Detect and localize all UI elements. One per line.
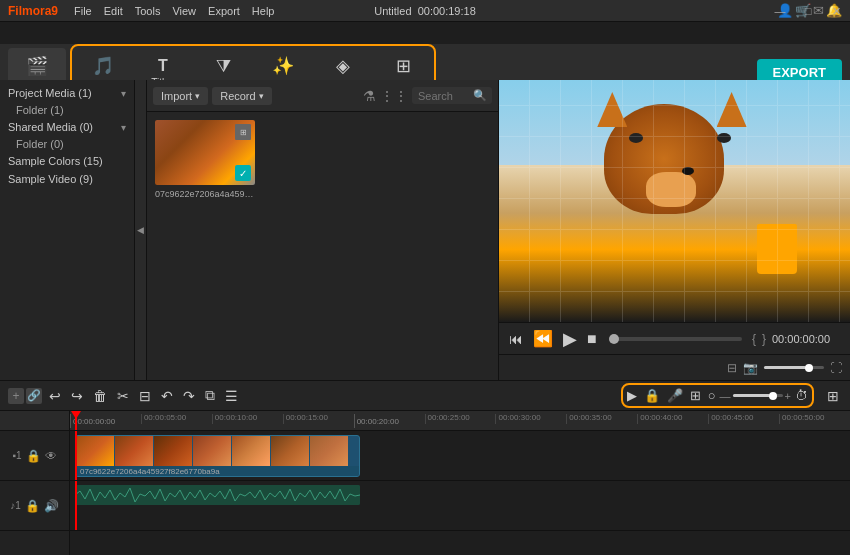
skip-back-button[interactable]: ⏮ (507, 329, 525, 349)
audio-mute-icon[interactable]: 🔊 (44, 499, 59, 513)
sidebar-item-sample-colors[interactable]: Sample Colors (15) (0, 152, 134, 170)
audio-waveform (75, 485, 360, 505)
ruler-label-20: 00:00:20:00 (357, 417, 399, 426)
track-number-v1: ▪1 (12, 450, 21, 461)
volume-dot (805, 364, 813, 372)
sidebar-sub-folder1[interactable]: Folder (1) (0, 102, 134, 118)
ruler-mark: 00:00:10:00 (212, 414, 283, 424)
filter-icon[interactable]: ⚗ (363, 88, 376, 104)
search-input[interactable] (418, 90, 473, 102)
tl-lock-button[interactable]: 🔒 (641, 386, 663, 405)
playhead-line-audio (75, 481, 77, 530)
audio-icon: 🎵 (92, 55, 114, 77)
zoom-handle[interactable] (769, 392, 777, 400)
sidebar-sub-folder2[interactable]: Folder (0) (0, 136, 134, 152)
play-button[interactable]: ▶ (561, 326, 579, 352)
timeline-area: + 🔗 ↩ ↪ 🗑 ✂ ⊟ ↶ ↷ ⧉ ☰ ▶ 🔒 🎤 ⊞ ○ (0, 380, 850, 555)
snapshot-btn[interactable]: 📷 (743, 361, 758, 375)
eye-track-icon[interactable]: 👁 (45, 449, 57, 463)
import-button[interactable]: Import ▾ (153, 87, 208, 105)
preview-bracket-start: { (752, 332, 756, 346)
sidebar-item-shared-media[interactable]: Shared Media (0) ▾ (0, 118, 134, 136)
fullscreen-btn[interactable]: ⛶ (830, 361, 842, 375)
audio-clip[interactable] (75, 485, 360, 505)
menu-export[interactable]: Export (208, 5, 240, 17)
maximize-button[interactable]: □ (794, 0, 822, 22)
media-toolbar: Import ▾ Record ▾ ⚗ ⋮⋮ 🔍 (147, 80, 498, 112)
preview-bracket-end: } (762, 332, 766, 346)
split-screen-icon: ⊞ (396, 55, 411, 77)
delete-button[interactable]: 🗑 (90, 386, 110, 406)
rotate-right-button[interactable]: ↷ (180, 386, 198, 406)
app-title: Untitled (374, 5, 411, 17)
sidebar-item-project-media[interactable]: Project Media (1) ▾ (0, 84, 134, 102)
grid-icon[interactable]: ⋮⋮ (380, 88, 408, 104)
sidebar-collapse-btn[interactable]: ◀ (135, 80, 147, 380)
ruler-label-10: 00:00:10:00 (215, 413, 257, 422)
menu-view[interactable]: View (172, 5, 196, 17)
playhead-triangle (71, 411, 81, 419)
timeline-body: ▪1 🔒 👁 ♪1 🔒 🔊 00:00:00:00 00:00:05 (0, 411, 850, 555)
tl-play-button[interactable]: ▶ (624, 386, 640, 405)
link-button[interactable]: 🔗 (26, 388, 42, 404)
titles-icon: T (158, 57, 168, 75)
sample-video-label: Sample Video (9) (8, 173, 93, 185)
close-button[interactable]: ✕ (822, 0, 850, 22)
tl-timer-button[interactable]: ⏱ (792, 386, 811, 405)
preview-controls: ⏮ ⏪ ▶ ■ { } 00:00:00:00 (499, 322, 850, 354)
tl-grid-button[interactable]: ⊞ (687, 386, 704, 405)
ruler-mark: 00:00:40:00 (637, 414, 708, 424)
screen-mode-btn[interactable]: ⊟ (727, 361, 737, 375)
minimize-button[interactable]: — (766, 0, 794, 22)
step-back-button[interactable]: ⏪ (531, 327, 555, 350)
media-thumbnail[interactable]: ⊞ ✓ (155, 120, 255, 185)
duplicate-button[interactable]: ⧉ (202, 385, 218, 406)
app-logo: Filmora9 (8, 4, 58, 18)
properties-button[interactable]: ☰ (222, 386, 241, 406)
tl-expand-button[interactable]: ⊞ (824, 386, 842, 406)
rotate-left-button[interactable]: ↶ (158, 386, 176, 406)
add-track-button[interactable]: + (8, 388, 24, 404)
ruler-label-25: 00:00:25:00 (428, 413, 470, 422)
preview-extra-controls: ⊟ 📷 ⛶ (499, 354, 850, 380)
undo-button[interactable]: ↩ (46, 386, 64, 406)
main-content: Project Media (1) ▾ Folder (1) Shared Me… (0, 80, 850, 380)
cut-button[interactable]: ✂ (114, 386, 132, 406)
zoom-fill (733, 394, 771, 397)
ruler-mark: 00:00:05:00 (141, 414, 212, 424)
audio-lock-icon[interactable]: 🔒 (25, 499, 40, 513)
sidebar-item-sample-video[interactable]: Sample Video (9) (0, 170, 134, 188)
stop-button[interactable]: ■ (585, 328, 599, 350)
clip-frame (271, 436, 309, 466)
search-icon: 🔍 (473, 89, 487, 102)
elements-icon: ◈ (336, 55, 350, 77)
media-panel: Import ▾ Record ▾ ⚗ ⋮⋮ 🔍 (147, 80, 499, 380)
preview-progress-bar[interactable] (609, 337, 742, 341)
lock-track-icon[interactable]: 🔒 (26, 449, 41, 463)
clip-frame (232, 436, 270, 466)
menu-tools[interactable]: Tools (135, 5, 161, 17)
menu-help[interactable]: Help (252, 5, 275, 17)
ruler-mark: 00:00:35:00 (566, 414, 637, 424)
media-icon: 🎬 (26, 55, 48, 77)
clip-label: 07c9622e7206a4a45927f82e6770ba9a (80, 467, 220, 476)
zoom-slider[interactable] (733, 394, 783, 397)
tl-mic-button[interactable]: 🎤 (664, 386, 686, 405)
record-button[interactable]: Record ▾ (212, 87, 271, 105)
menu-edit[interactable]: Edit (104, 5, 123, 17)
tl-snap-button[interactable]: ○ (705, 386, 719, 405)
preview-video (499, 80, 850, 322)
menu-file[interactable]: File (74, 5, 92, 17)
audio-track-label: ♪1 🔒 🔊 (0, 481, 69, 531)
volume-slider[interactable] (764, 366, 824, 369)
collapse-icon: ◀ (137, 225, 144, 235)
effects-icon: ✨ (272, 55, 294, 77)
redo-button[interactable]: ↪ (68, 386, 86, 406)
media-item[interactable]: ⊞ ✓ 07c9622e7206a4a4592... (155, 120, 255, 199)
video-clip[interactable]: 07c9622e7206a4a45927f82e6770ba9a (75, 435, 360, 477)
ruler-mark: 00:00:15:00 (283, 414, 354, 424)
zoom-control: — + (720, 390, 791, 402)
svg-rect-0 (75, 485, 360, 505)
media-grid: ⊞ ✓ 07c9622e7206a4a4592... (147, 112, 498, 380)
crop-button[interactable]: ⊟ (136, 386, 154, 406)
